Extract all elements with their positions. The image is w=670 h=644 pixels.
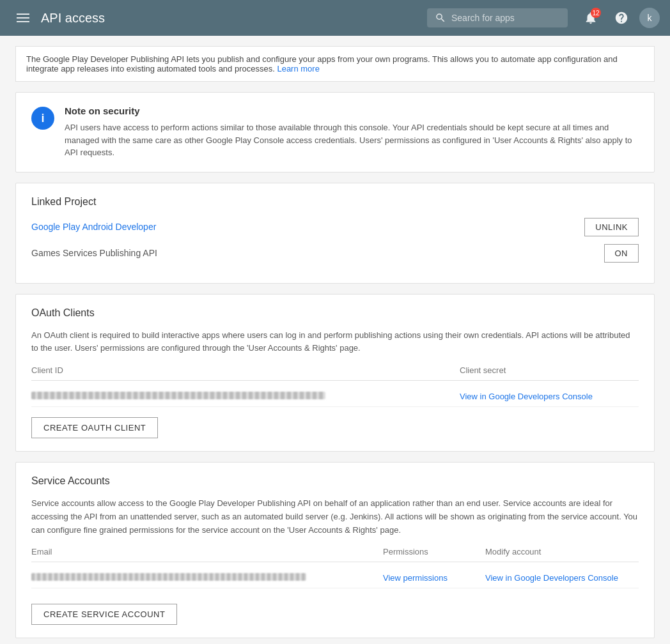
sa-table-row: View permissions View in Google Develope… <box>31 567 639 588</box>
client-id-header: Client ID <box>31 365 460 375</box>
security-note-content: Note on security API users have access t… <box>65 105 639 159</box>
security-note-title: Note on security <box>65 105 639 116</box>
main-content: The Google Play Developer Publishing API… <box>0 36 670 644</box>
service-accounts-description: Service accounts allow access to the Goo… <box>31 497 639 537</box>
help-button[interactable] <box>609 5 634 31</box>
client-secret-value: View in Google Developers Console <box>460 391 639 401</box>
email-value <box>31 572 383 583</box>
linked-project-title: Linked Project <box>31 196 639 208</box>
view-google-console-link[interactable]: View in Google Developers Console <box>485 573 618 583</box>
page-title: API access <box>41 11 427 26</box>
view-in-console-link[interactable]: View in Google Developers Console <box>460 392 593 401</box>
blurred-email <box>31 573 306 581</box>
avatar[interactable]: k <box>639 8 660 28</box>
service-accounts-card: Service Accounts Service accounts allow … <box>15 462 655 638</box>
unlink-button[interactable]: UNLINK <box>584 218 639 236</box>
modify-header: Modify account <box>485 547 639 556</box>
permissions-header: Permissions <box>383 547 485 556</box>
svg-rect-1 <box>17 17 29 19</box>
client-id-value <box>31 391 460 401</box>
notification-badge: 12 <box>591 8 601 18</box>
search-input[interactable] <box>451 13 560 23</box>
games-services-label: Games Services Publishing API <box>31 248 604 258</box>
email-header: Email <box>31 547 383 556</box>
oauth-clients-title: OAuth Clients <box>31 307 639 319</box>
linked-project-row: Google Play Android Developer UNLINK <box>31 218 639 236</box>
games-services-on-button[interactable]: ON <box>604 244 639 263</box>
games-services-row: Games Services Publishing API ON <box>31 244 639 263</box>
linked-project-card: Linked Project Google Play Android Devel… <box>15 183 655 284</box>
search-bar[interactable] <box>427 8 568 27</box>
create-service-account-button[interactable]: CREATE SERVICE ACCOUNT <box>31 604 177 625</box>
security-note-body: API users have access to perform actions… <box>65 121 639 159</box>
view-permissions-link[interactable]: View permissions <box>383 573 448 583</box>
help-icon <box>614 11 628 25</box>
view-console-cell: View in Google Developers Console <box>485 572 639 583</box>
sa-table-header: Email Permissions Modify account <box>31 547 639 562</box>
svg-rect-2 <box>17 21 29 22</box>
info-bar: The Google Play Developer Publishing API… <box>15 46 655 82</box>
info-bar-text: The Google Play Developer Publishing API… <box>26 54 618 73</box>
client-secret-header: Client secret <box>460 365 639 375</box>
header-icons: 12 k <box>578 5 660 31</box>
menu-icon[interactable] <box>10 5 36 31</box>
info-icon: i <box>31 107 54 130</box>
view-permissions-cell: View permissions <box>383 572 485 583</box>
notifications-button[interactable]: 12 <box>578 5 604 31</box>
search-icon <box>435 12 446 24</box>
service-accounts-title: Service Accounts <box>31 475 639 487</box>
security-note-card: i Note on security API users have access… <box>15 92 655 172</box>
create-oauth-client-button[interactable]: CREATE OAUTH CLIENT <box>31 417 158 438</box>
header: API access 12 k <box>0 0 670 36</box>
oauth-description: An OAuth client is required to build int… <box>31 329 639 356</box>
oauth-table-row: View in Google Developers Console <box>31 386 639 407</box>
svg-rect-0 <box>17 13 29 15</box>
project-name-link[interactable]: Google Play Android Developer <box>31 222 584 232</box>
learn-more-link[interactable]: Learn more <box>277 64 319 73</box>
blurred-client-id <box>31 392 325 399</box>
oauth-clients-card: OAuth Clients An OAuth client is require… <box>15 294 655 452</box>
oauth-table-header: Client ID Client secret <box>31 365 639 381</box>
